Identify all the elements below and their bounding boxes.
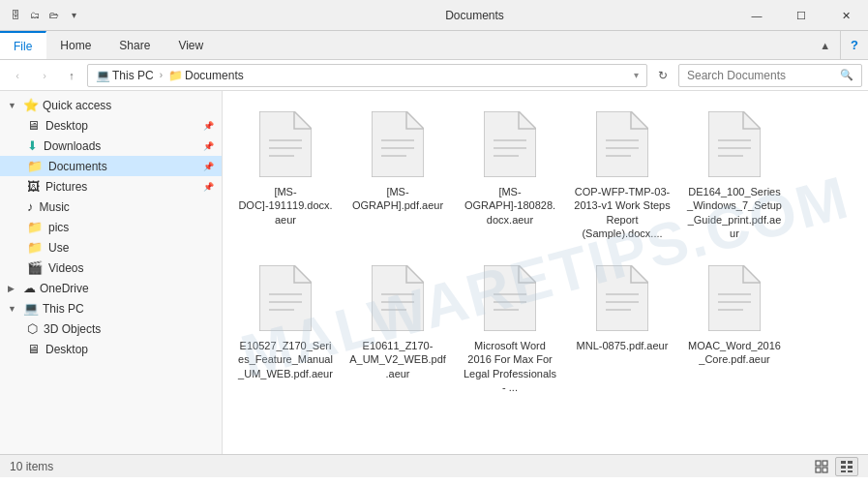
file-label: E10527_Z170_Series_Feature_Manual_UM_WEB… <box>237 339 334 380</box>
quick-access-label: Quick access <box>43 99 214 112</box>
address-bar[interactable]: 💻 This PC › 📁 Documents ▾ <box>87 64 647 87</box>
ribbon-tab-view[interactable]: View <box>165 31 218 59</box>
breadcrumb-arrow: › <box>160 70 163 80</box>
window-controls: — ☐ ✕ <box>734 0 868 31</box>
quick-access-chevron: ▼ <box>8 101 19 110</box>
sidebar-item-desktop[interactable]: 🖥 Desktop 📌 <box>0 115 222 136</box>
file-icon <box>369 263 427 333</box>
thispc-group-icon: 💻 <box>23 301 39 316</box>
svg-rect-49 <box>848 470 853 472</box>
sidebar-item-videos[interactable]: 🎬 Videos <box>0 258 222 278</box>
close-button[interactable]: ✕ <box>823 0 868 31</box>
up-button[interactable]: ↑ <box>60 64 83 87</box>
help-button[interactable]: ? <box>840 31 868 59</box>
onedrive-chevron: ▶ <box>8 284 19 293</box>
file-item[interactable]: [MS-DOC]-191119.docx.aeur <box>232 101 339 249</box>
svg-rect-41 <box>823 461 827 466</box>
search-input[interactable] <box>687 69 834 82</box>
address-bar-row: ‹ › ↑ 💻 This PC › 📁 Documents ▾ ↻ 🔍 <box>0 60 868 91</box>
pin-icon-pictures: 📌 <box>203 182 214 192</box>
file-area: [MS-DOC]-191119.docx.aeur [MS-OGRAPH].pd… <box>223 91 868 454</box>
file-icon <box>593 263 651 333</box>
file-item[interactable]: DE164_100_Series_Windows_7_Setup_Guide_p… <box>681 101 788 249</box>
file-item[interactable]: E10527_Z170_Series_Feature_Manual_UM_WEB… <box>232 255 339 403</box>
svg-rect-46 <box>841 466 846 469</box>
file-icon <box>256 109 314 179</box>
search-box[interactable]: 🔍 <box>678 64 862 87</box>
ribbon-collapse-button[interactable]: ▲ <box>810 31 840 59</box>
sidebar-item-pictures[interactable]: 🖼 Pictures 📌 <box>0 176 222 197</box>
title-bar: 🗄 🗂 🗁 ▾ Documents — ☐ ✕ <box>0 0 868 31</box>
list-view-icon <box>840 460 853 473</box>
svg-marker-36 <box>708 265 761 331</box>
pin-icon-downloads: 📌 <box>203 141 214 151</box>
address-dropdown-icon[interactable]: ▾ <box>634 70 639 80</box>
file-icon <box>256 263 314 333</box>
refresh-button[interactable]: ↻ <box>651 64 674 87</box>
thispc-icon: 💻 <box>96 69 110 82</box>
breadcrumb-thispc: 💻 This PC <box>96 69 154 82</box>
sidebar: ▼ ⭐ Quick access 🖥 Desktop 📌 ⬇ Downloads… <box>0 91 223 454</box>
file-item[interactable]: [MS-OGRAPH].pdf.aeur <box>344 101 451 249</box>
view-buttons <box>810 457 858 476</box>
downloads-icon: ⬇ <box>27 138 38 153</box>
file-label: DE164_100_Series_Windows_7_Setup_Guide_p… <box>686 185 783 240</box>
sidebar-item-3dobjects[interactable]: ⬡ 3D Objects <box>0 318 222 339</box>
svg-rect-43 <box>823 468 827 472</box>
maximize-button[interactable]: ☐ <box>779 0 823 31</box>
sidebar-item-documents[interactable]: 📁 Documents 📌 <box>0 156 222 176</box>
forward-button[interactable]: › <box>33 64 56 87</box>
quick-access-icon1[interactable]: 🗂 <box>27 8 43 23</box>
breadcrumb-documents: 📁 Documents <box>168 69 244 82</box>
file-item[interactable]: [MS-OGRAPH]-180828.docx.aeur <box>457 101 563 249</box>
ribbon-tab-home[interactable]: Home <box>46 31 105 59</box>
onedrive-group[interactable]: ▶ ☁ OneDrive <box>0 278 222 298</box>
file-label: [MS-OGRAPH].pdf.aeur <box>349 185 446 213</box>
file-item[interactable]: MOAC_Word_2016_Core.pdf.aeur <box>681 255 788 403</box>
file-label: MNL-0875.pdf.aeur <box>577 339 669 352</box>
svg-marker-4 <box>372 111 424 177</box>
file-label: Microsoft Word 2016 For Max For Legal Pr… <box>462 339 558 394</box>
file-label: COP-WFP-TMP-03-2013-v1 Work Steps Report… <box>574 185 671 240</box>
svg-marker-20 <box>259 265 312 331</box>
chevron-icon: ▲ <box>820 40 830 51</box>
pin-icon-desktop: 📌 <box>203 121 214 131</box>
thispc-group[interactable]: ▼ 💻 This PC <box>0 298 222 318</box>
sidebar-item-pics[interactable]: 📁 pics <box>0 217 222 237</box>
quick-access-icon: ⭐ <box>23 98 39 112</box>
quick-access-dropdown[interactable]: ▾ <box>66 8 81 23</box>
svg-rect-40 <box>816 461 821 466</box>
pin-icon-documents: 📌 <box>203 162 214 171</box>
ribbon-tab-share[interactable]: Share <box>105 31 165 59</box>
search-icon: 🔍 <box>840 69 853 81</box>
list-view-button[interactable] <box>835 457 858 476</box>
videos-icon: 🎬 <box>27 260 43 275</box>
grid-view-button[interactable] <box>810 457 833 476</box>
svg-rect-42 <box>816 468 821 472</box>
file-label: MOAC_Word_2016_Core.pdf.aeur <box>686 339 783 367</box>
pics-folder-icon: 📁 <box>27 220 43 234</box>
sidebar-item-music[interactable]: ♪ Music <box>0 197 222 217</box>
sidebar-item-desktop2[interactable]: 🖥 Desktop <box>0 339 222 359</box>
svg-rect-47 <box>848 466 853 469</box>
minimize-button[interactable]: — <box>734 0 779 31</box>
file-item[interactable]: COP-WFP-TMP-03-2013-v1 Work Steps Report… <box>569 101 675 249</box>
back-button[interactable]: ‹ <box>6 64 29 87</box>
file-label: [MS-DOC]-191119.docx.aeur <box>237 185 334 227</box>
sidebar-item-downloads[interactable]: ⬇ Downloads 📌 <box>0 136 222 156</box>
svg-marker-28 <box>484 265 536 331</box>
desktop-icon: 🖥 <box>27 118 40 133</box>
file-item[interactable]: E10611_Z170-A_UM_V2_WEB.pdf.aeur <box>344 255 451 403</box>
file-icon <box>369 109 427 179</box>
file-item[interactable]: MNL-0875.pdf.aeur <box>569 255 675 403</box>
title-bar-icons: 🗄 🗂 🗁 ▾ <box>8 8 81 23</box>
svg-marker-16 <box>708 111 761 177</box>
quick-access-group[interactable]: ▼ ⭐ Quick access <box>0 95 222 115</box>
sidebar-item-use[interactable]: 📁 Use <box>0 237 222 258</box>
svg-marker-12 <box>596 111 648 177</box>
svg-rect-48 <box>841 470 846 472</box>
file-item[interactable]: Microsoft Word 2016 For Max For Legal Pr… <box>457 255 563 403</box>
svg-marker-32 <box>596 265 648 331</box>
quick-access-icon2[interactable]: 🗁 <box>46 8 62 23</box>
ribbon-tab-file[interactable]: File <box>0 31 46 59</box>
